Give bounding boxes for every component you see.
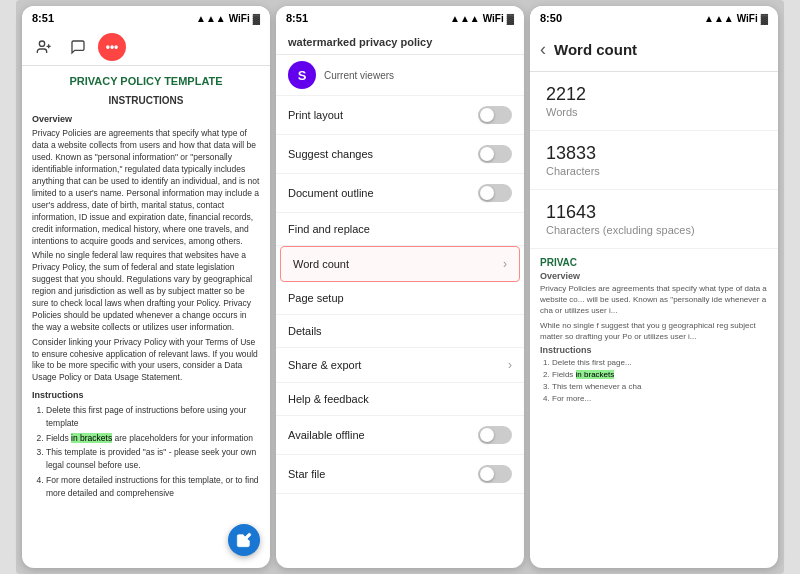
para3-1: Consider linking your Privacy Policy wit… xyxy=(32,337,260,385)
time-2: 8:51 xyxy=(286,12,308,24)
signal-icon-2: ▲▲▲ xyxy=(450,13,480,24)
menu-screen: 8:51 ▲▲▲ WiFi ▓ watermarked privacy poli… xyxy=(276,6,524,568)
status-icons-2: ▲▲▲ WiFi ▓ xyxy=(450,13,514,24)
menu-find-replace[interactable]: Find and replace xyxy=(276,213,524,246)
status-bar-2: 8:51 ▲▲▲ WiFi ▓ xyxy=(276,6,524,28)
print-layout-toggle[interactable] xyxy=(478,106,512,124)
wc-instr-1: Delete this first page... xyxy=(552,357,768,369)
instructions-label-1: Instructions xyxy=(32,389,260,402)
doc-title-1: PRIVACY POLICY TEMPLATE xyxy=(32,74,260,90)
menu-word-count[interactable]: Word count › xyxy=(280,246,520,282)
wc-bg-doc: PRIVAC Overview Privacy Policies are agr… xyxy=(530,249,778,413)
doc-outline-toggle[interactable] xyxy=(478,184,512,202)
wordcount-title: Word count xyxy=(554,41,637,58)
battery-icon-2: ▓ xyxy=(507,13,514,24)
menu-page-setup[interactable]: Page setup xyxy=(276,282,524,315)
status-bar-3: 8:50 ▲▲▲ WiFi ▓ xyxy=(530,6,778,28)
doc-content-1: PRIVACY POLICY TEMPLATE INSTRUCTIONS Ove… xyxy=(22,66,270,568)
wc-instructions-label: Instructions xyxy=(540,345,768,355)
status-bar-1: 8:51 ▲▲▲ WiFi ▓ xyxy=(22,6,270,28)
menu-list: Print layout Suggest changes Document ou… xyxy=(276,96,524,568)
status-icons-3: ▲▲▲ WiFi ▓ xyxy=(704,13,768,24)
status-icons-1: ▲▲▲ WiFi ▓ xyxy=(196,13,260,24)
signal-icon-3: ▲▲▲ xyxy=(704,13,734,24)
battery-icon-3: ▓ xyxy=(761,13,768,24)
wc-para2: While no single f suggest that you g geo… xyxy=(540,320,768,342)
chars-number: 13833 xyxy=(546,143,762,164)
wc-instr-2: Fields in brackets xyxy=(552,369,768,381)
instructions-list-1: Delete this first page of instructions b… xyxy=(32,404,260,499)
wc-doc-title: PRIVAC xyxy=(540,257,768,268)
add-person-button[interactable] xyxy=(30,33,58,61)
stat-characters: 13833 Characters xyxy=(530,131,778,190)
menu-doc-title: watermarked privacy policy xyxy=(276,28,524,55)
instruction-item: Fields in brackets are placeholders for … xyxy=(46,432,260,445)
viewer-row: S Current viewers xyxy=(276,55,524,96)
words-number: 2212 xyxy=(546,84,762,105)
menu-share-export[interactable]: Share & export › xyxy=(276,348,524,383)
wc-instr-3: This tem whenever a cha xyxy=(552,381,768,393)
suggest-changes-toggle[interactable] xyxy=(478,145,512,163)
chars-nospace-number: 11643 xyxy=(546,202,762,223)
wordcount-screen: 8:50 ▲▲▲ WiFi ▓ ‹ Word count 2212 Words … xyxy=(530,6,778,568)
wifi-icon-2: WiFi xyxy=(483,13,504,24)
svg-point-0 xyxy=(39,41,44,46)
wc-instructions-list: Delete this first page... Fields in brac… xyxy=(540,357,768,405)
star-toggle[interactable] xyxy=(478,465,512,483)
instruction-item: Delete this first page of instructions b… xyxy=(46,404,260,430)
document-screen: 8:51 ▲▲▲ WiFi ▓ •• xyxy=(22,6,270,568)
words-label: Words xyxy=(546,106,762,118)
wifi-icon: WiFi xyxy=(229,13,250,24)
stat-words: 2212 Words xyxy=(530,72,778,131)
wordcount-content: 2212 Words 13833 Characters 11643 Charac… xyxy=(530,72,778,568)
screens-container: 8:51 ▲▲▲ WiFi ▓ •• xyxy=(16,0,784,574)
menu-help[interactable]: Help & feedback xyxy=(276,383,524,416)
menu-print-layout[interactable]: Print layout xyxy=(276,96,524,135)
para2-1: While no single federal law requires tha… xyxy=(32,250,260,333)
chars-label: Characters xyxy=(546,165,762,177)
wc-overview-text: Privacy Policies are agreements that spe… xyxy=(540,283,768,317)
comment-button[interactable] xyxy=(64,33,92,61)
current-viewers-label: Current viewers xyxy=(324,70,394,81)
time-1: 8:51 xyxy=(32,12,54,24)
doc-subtitle-1: INSTRUCTIONS xyxy=(32,94,260,109)
overview-label-1: Overview xyxy=(32,113,260,126)
more-button[interactable]: ••• xyxy=(98,33,126,61)
overview-text-1: Privacy Policies are agreements that spe… xyxy=(32,128,260,247)
menu-star-file[interactable]: Star file xyxy=(276,455,524,494)
battery-icon: ▓ xyxy=(253,13,260,24)
time-3: 8:50 xyxy=(540,12,562,24)
wc-overview-label: Overview xyxy=(540,271,768,281)
edit-fab[interactable] xyxy=(228,524,260,556)
highlight-span: in brackets xyxy=(71,433,112,443)
menu-suggest-changes[interactable]: Suggest changes xyxy=(276,135,524,174)
instruction-item: For more detailed instructions for this … xyxy=(46,474,260,500)
wordcount-header: ‹ Word count xyxy=(530,28,778,72)
share-export-chevron: › xyxy=(508,358,512,372)
instruction-item: This template is provided "as is" - plea… xyxy=(46,446,260,472)
back-button[interactable]: ‹ xyxy=(540,39,546,60)
word-count-chevron: › xyxy=(503,257,507,271)
signal-icon: ▲▲▲ xyxy=(196,13,226,24)
viewer-avatar: S xyxy=(288,61,316,89)
wifi-icon-3: WiFi xyxy=(737,13,758,24)
offline-toggle[interactable] xyxy=(478,426,512,444)
stat-chars-no-spaces: 11643 Characters (excluding spaces) xyxy=(530,190,778,249)
wc-highlight: in brackets xyxy=(576,370,615,379)
menu-available-offline[interactable]: Available offline xyxy=(276,416,524,455)
chars-nospace-label: Characters (excluding spaces) xyxy=(546,224,762,236)
menu-details[interactable]: Details xyxy=(276,315,524,348)
toolbar-1: ••• xyxy=(22,28,270,66)
wc-instr-4: For more... xyxy=(552,393,768,405)
menu-doc-outline[interactable]: Document outline xyxy=(276,174,524,213)
